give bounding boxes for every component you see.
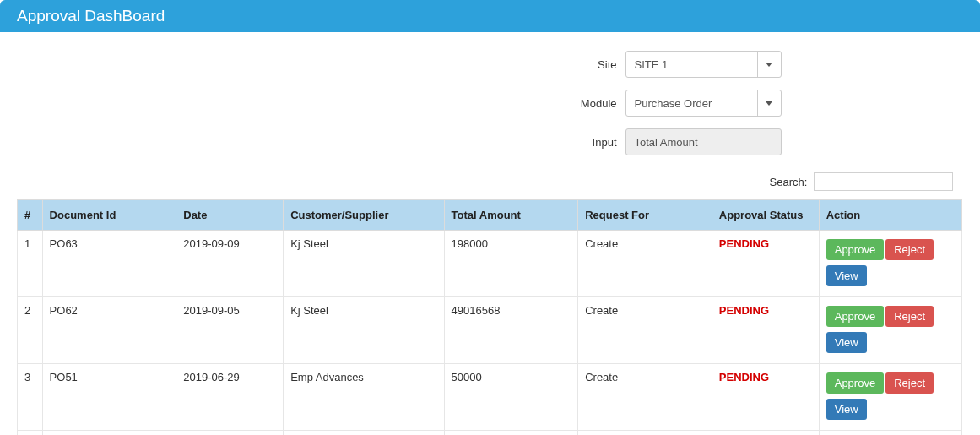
status-badge: PENDING	[719, 237, 769, 250]
cell-status: PENDING	[712, 297, 819, 364]
approve-button[interactable]: Approve	[826, 306, 884, 327]
col-header-action[interactable]: Action	[819, 200, 961, 231]
cell-amt: 872425	[444, 431, 578, 436]
approval-table: # Document Id Date Customer/Supplier Tot…	[17, 199, 962, 435]
cell-date: 2019-09-09	[176, 231, 284, 297]
chevron-down-icon	[766, 63, 772, 67]
cell-status: PENDING	[712, 431, 819, 436]
site-select[interactable]: SITE 1	[625, 51, 782, 78]
cell-date: 2019-09-05	[176, 297, 284, 364]
cell-req: Create	[578, 431, 712, 436]
search-label: Search:	[770, 176, 808, 188]
view-button[interactable]: View	[826, 399, 867, 420]
cell-req: Create	[578, 231, 712, 297]
cell-docid: PO51	[42, 364, 176, 431]
cell-cust: Emp Advances	[284, 364, 444, 431]
site-label: Site	[195, 58, 625, 71]
view-button[interactable]: View	[826, 265, 867, 286]
input-readonly: Total Amount	[625, 128, 782, 155]
cell-cust: Kj Steel	[284, 231, 444, 297]
search-input[interactable]	[814, 172, 953, 191]
site-select-toggle[interactable]	[757, 52, 781, 77]
cell-status: PENDING	[712, 231, 819, 297]
cell-action: ApproveRejectView	[819, 231, 961, 297]
table-row: 4PO422019-05-03Cash Purchase872425Create…	[18, 431, 962, 436]
col-header-request[interactable]: Request For	[578, 200, 712, 231]
cell-docid: PO63	[42, 231, 176, 297]
cell-amt: 50000	[444, 364, 578, 431]
cell-docid: PO62	[42, 297, 176, 364]
input-label: Input	[195, 136, 625, 149]
cell-cust: Kj Steel	[284, 297, 444, 364]
approval-dashboard-panel: Approval DashBoard Site SITE 1 Module Pu…	[0, 0, 980, 435]
table-row: 2PO622019-09-05Kj Steel49016568CreatePEN…	[18, 297, 962, 364]
reject-button[interactable]: Reject	[885, 306, 934, 327]
table-row: 1PO632019-09-09Kj Steel198000CreatePENDI…	[18, 231, 962, 297]
module-label: Module	[195, 97, 625, 110]
view-button[interactable]: View	[826, 332, 867, 353]
cell-date: 2019-06-29	[176, 364, 284, 431]
chevron-down-icon	[766, 101, 772, 106]
col-header-date[interactable]: Date	[176, 200, 284, 231]
module-select-value: Purchase Order	[626, 97, 757, 110]
cell-status: PENDING	[712, 364, 819, 431]
cell-num: 4	[18, 431, 43, 436]
cell-cust: Cash Purchase	[284, 431, 444, 436]
col-header-status[interactable]: Approval Status	[712, 200, 819, 231]
cell-amt: 49016568	[444, 297, 578, 364]
module-select[interactable]: Purchase Order	[625, 90, 782, 117]
search-bar: Search:	[0, 167, 980, 199]
cell-num: 3	[18, 364, 43, 431]
col-header-num[interactable]: #	[18, 200, 43, 231]
site-select-value: SITE 1	[626, 58, 757, 71]
cell-num: 2	[18, 297, 43, 364]
col-header-customer[interactable]: Customer/Supplier	[284, 200, 444, 231]
cell-num: 1	[18, 231, 43, 297]
status-badge: PENDING	[719, 371, 769, 383]
cell-docid: PO42	[42, 431, 176, 436]
cell-action: ApproveRejectView	[819, 431, 961, 436]
panel-title: Approval DashBoard	[0, 0, 980, 32]
cell-date: 2019-05-03	[176, 431, 284, 436]
reject-button[interactable]: Reject	[885, 372, 934, 394]
approve-button[interactable]: Approve	[826, 372, 884, 394]
col-header-docid[interactable]: Document Id	[42, 200, 176, 231]
module-select-toggle[interactable]	[757, 90, 781, 116]
status-badge: PENDING	[719, 304, 769, 317]
approve-button[interactable]: Approve	[826, 239, 884, 260]
cell-req: Create	[578, 297, 712, 364]
filter-area: Site SITE 1 Module Purchase Order Input …	[195, 51, 786, 155]
col-header-amount[interactable]: Total Amount	[444, 200, 578, 231]
reject-button[interactable]: Reject	[885, 239, 934, 260]
table-row: 3PO512019-06-29Emp Advances50000CreatePE…	[18, 364, 962, 431]
cell-action: ApproveRejectView	[819, 297, 961, 364]
cell-action: ApproveRejectView	[819, 364, 961, 431]
cell-req: Create	[578, 364, 712, 431]
cell-amt: 198000	[444, 231, 578, 297]
